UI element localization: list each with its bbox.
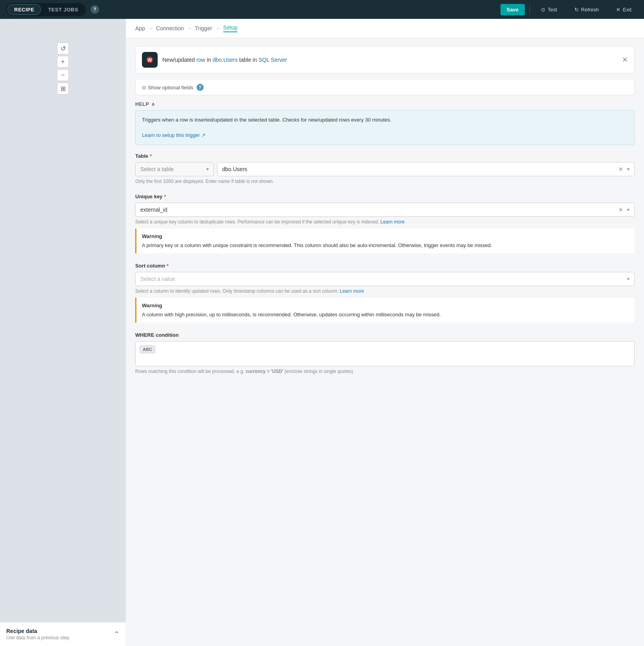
table-field-label: Table *: [135, 153, 635, 159]
help-icon[interactable]: ?: [90, 5, 99, 14]
trigger-row-link[interactable]: row: [196, 57, 205, 63]
sort-column-arrow-icon: ▾: [627, 276, 629, 282]
sort-column-hint: Select a column to identify updated rows…: [135, 288, 635, 294]
unique-key-hint: Select a unique key column to deduplicat…: [135, 219, 635, 225]
recipe-data-subtitle: Use data from a previous step: [6, 635, 69, 640]
zoom-out-button[interactable]: −: [57, 69, 69, 81]
sort-column-learn-link[interactable]: Learn more: [340, 288, 364, 294]
where-condition-section: WHERE condition ABC Rows matching this c…: [135, 332, 635, 374]
recipe-data-expand-icon[interactable]: ⌃: [114, 630, 120, 639]
recipe-tab[interactable]: RECIPE: [7, 4, 41, 15]
svg-text:W: W: [147, 57, 152, 63]
table-clear-icon[interactable]: ✕: [618, 166, 623, 172]
breadcrumb-app[interactable]: App: [135, 25, 145, 31]
trigger-middle: in: [207, 57, 213, 63]
where-condition-hint: Rows matching this condition will be pro…: [135, 369, 635, 374]
canvas-controls: ↺ + − ⊞: [57, 42, 69, 94]
trigger-app-icon: W: [142, 52, 158, 68]
table-select-placeholder: Select a table: [140, 166, 174, 172]
external-link-icon: ↗: [201, 132, 206, 138]
top-navigation: RECIPE TEST JOBS ? Save ⊙ Test ↻ Refresh…: [0, 0, 644, 19]
table-field-row: Select a table ▾ dbo.Users ✕ ▾: [135, 162, 635, 176]
undo-button[interactable]: ↺: [57, 42, 69, 54]
trigger-prefix: New/updated: [162, 57, 195, 63]
breadcrumb: App → Connection → Trigger → Setup: [126, 19, 644, 38]
zoom-in-button[interactable]: +: [57, 56, 69, 68]
help-description: Triggers when a row is inserted/updated …: [142, 117, 392, 123]
breadcrumb-setup[interactable]: Setup: [223, 24, 238, 32]
unique-key-learn-link[interactable]: Learn more: [381, 219, 405, 225]
table-selected-value: dbo.Users: [222, 166, 247, 172]
sort-column-label: Sort column *: [135, 263, 635, 269]
sort-column-placeholder: Select a value: [140, 276, 175, 282]
breadcrumb-trigger[interactable]: Trigger: [195, 25, 212, 31]
unique-key-required-star: *: [164, 194, 166, 199]
recipe-data-title: Recipe data: [6, 628, 69, 634]
sort-column-warning-text: A column with high precision, up to mill…: [142, 312, 441, 317]
unique-key-value: external_id: [140, 207, 167, 213]
optional-fields-row: ⊙ Show optional fields ?: [135, 80, 635, 95]
recipe-data-card[interactable]: Recipe data Use data from a previous ste…: [0, 622, 126, 646]
sort-column-dropdown[interactable]: Select a value ▾: [135, 272, 635, 286]
trigger-description: New/updated row in dbo.Users table in SQ…: [162, 57, 617, 63]
where-condition-label: WHERE condition: [135, 332, 635, 338]
abc-badge: ABC: [140, 345, 155, 353]
test-icon: ⊙: [541, 7, 545, 13]
breadcrumb-arrow-2: →: [187, 26, 192, 31]
exit-icon: ✕: [616, 7, 620, 13]
optional-fields-label: Show optional fields: [148, 85, 193, 90]
right-panel: App → Connection → Trigger → Setup W: [126, 19, 644, 646]
sort-column-warning-title: Warning: [142, 302, 629, 310]
sort-column-required-star: *: [167, 263, 169, 269]
where-condition-field[interactable]: ABC: [135, 341, 635, 366]
refresh-button[interactable]: ↻ Refresh: [568, 4, 605, 15]
recipe-test-tab-group: RECIPE TEST JOBS: [6, 3, 86, 16]
test-jobs-tab[interactable]: TEST JOBS: [42, 4, 85, 15]
table-hint: Only the first 1000 are displayed. Enter…: [135, 179, 635, 184]
unique-key-warning-title: Warning: [142, 233, 629, 240]
nav-divider: [530, 5, 530, 14]
trigger-close-button[interactable]: ✕: [622, 55, 628, 64]
help-chevron-icon: ∧: [151, 102, 155, 107]
breadcrumb-arrow-1: →: [148, 26, 153, 31]
table-field-section: Table * Select a table ▾ dbo.Users ✕ ▾: [135, 153, 635, 184]
learn-trigger-link[interactable]: Learn to setup this trigger ↗: [142, 132, 206, 138]
unique-key-warning-text: A primary key or a column with unique co…: [142, 242, 492, 248]
optional-help-icon[interactable]: ?: [197, 84, 204, 91]
unique-key-label: Unique key *: [135, 194, 635, 199]
table-select-arrow-icon: ▾: [206, 166, 209, 172]
trigger-suffix: table in: [239, 57, 258, 63]
main-layout: ↺ + − ⊞ Recipe data Use data from a prev…: [0, 19, 644, 646]
refresh-icon: ↻: [574, 7, 579, 13]
show-optional-fields-link[interactable]: ⊙ Show optional fields: [142, 85, 193, 90]
table-value-dropdown[interactable]: dbo.Users ✕ ▾: [217, 162, 635, 176]
help-label: HELP: [135, 102, 149, 107]
help-toggle[interactable]: HELP ∧: [135, 102, 635, 107]
breadcrumb-arrow-3: →: [215, 26, 220, 31]
content-area: W New/updated row in dbo.Users table in …: [126, 38, 644, 646]
unique-key-dropdown[interactable]: external_id ✕ ▾: [135, 203, 635, 217]
save-button[interactable]: Save: [500, 4, 525, 15]
trigger-server-link[interactable]: SQL Server: [258, 57, 287, 63]
table-required-star: *: [150, 153, 152, 159]
sort-column-warning: Warning A column with high precision, up…: [135, 298, 635, 323]
help-section: HELP ∧ Triggers when a row is inserted/u…: [135, 102, 635, 145]
unique-key-warning: Warning A primary key or a column with u…: [135, 229, 635, 253]
optional-fields-icon: ⊙: [142, 85, 146, 90]
test-button[interactable]: ⊙ Test: [535, 4, 563, 15]
trigger-header: W New/updated row in dbo.Users table in …: [135, 46, 635, 74]
canvas-area: ↺ + − ⊞ Recipe data Use data from a prev…: [0, 19, 126, 646]
exit-button[interactable]: ✕ Exit: [610, 4, 638, 15]
table-select-dropdown[interactable]: Select a table ▾: [135, 162, 214, 176]
help-box: Triggers when a row is inserted/updated …: [135, 110, 635, 145]
fit-button[interactable]: ⊞: [57, 83, 69, 94]
breadcrumb-connection[interactable]: Connection: [156, 25, 184, 31]
table-value-arrow-icon: ▾: [627, 166, 629, 172]
unique-key-section: Unique key * external_id ✕ ▾ Select a un…: [135, 194, 635, 253]
unique-key-arrow-icon: ▾: [627, 207, 629, 212]
sort-column-section: Sort column * Select a value ▾ Select a …: [135, 263, 635, 323]
trigger-table-link[interactable]: dbo.Users: [213, 57, 238, 63]
recipe-data-info: Recipe data Use data from a previous ste…: [6, 628, 69, 640]
unique-key-clear-icon[interactable]: ✕: [618, 207, 623, 213]
